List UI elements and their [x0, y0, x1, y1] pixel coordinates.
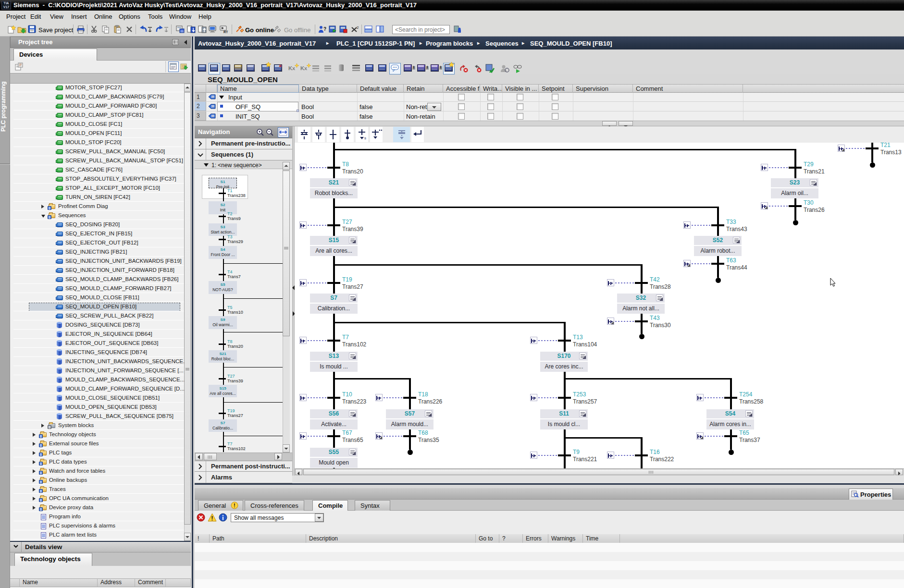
svg-text:01: 01	[212, 105, 215, 108]
svg-text:2: 2	[357, 25, 359, 30]
svg-text:01: 01	[181, 30, 184, 33]
svg-text:?: ?	[323, 26, 326, 32]
svg-text:RT: RT	[223, 30, 228, 34]
svg-text:01: 01	[212, 96, 215, 98]
svg-text:s: s	[364, 136, 366, 140]
svg-text:01: 01	[212, 115, 215, 118]
svg-text:!: !	[234, 502, 235, 508]
